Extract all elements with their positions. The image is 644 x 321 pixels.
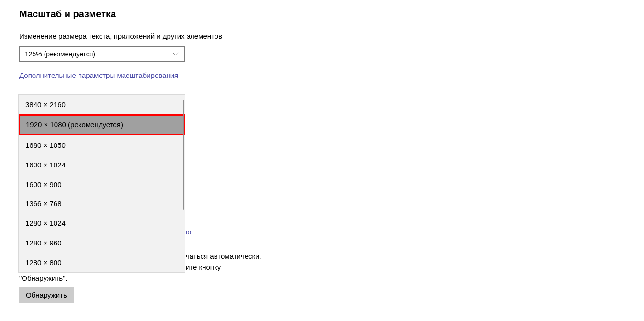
description-line-1: чаться автоматически.: [186, 252, 261, 260]
resolution-option[interactable]: 1280 × 960: [19, 233, 185, 253]
resolution-option[interactable]: 1680 × 1050: [19, 135, 185, 155]
description-line-3: "Обнаружить".: [19, 274, 68, 282]
resolution-option[interactable]: 1366 × 768: [19, 194, 185, 213]
resolution-option[interactable]: 1600 × 1024: [19, 155, 185, 175]
listbox-scrollbar[interactable]: [183, 100, 184, 210]
section-heading: Масштаб и разметка: [19, 9, 644, 20]
scale-dropdown[interactable]: 125% (рекомендуется): [19, 46, 185, 62]
scale-label: Изменение размера текста, приложений и д…: [19, 32, 644, 40]
resolution-option[interactable]: 3840 × 2160: [19, 95, 185, 114]
resolution-option[interactable]: 1920 × 1080 (рекомендуется): [19, 114, 185, 135]
detect-button[interactable]: Обнаружить: [19, 287, 74, 303]
advanced-scaling-link[interactable]: Дополнительные параметры масштабирования: [19, 71, 178, 79]
advanced-display-link-fragment[interactable]: ю: [186, 228, 191, 236]
resolution-option[interactable]: 1280 × 800: [19, 253, 185, 272]
resolution-listbox[interactable]: 3840 × 21601920 × 1080 (рекомендуется)16…: [18, 94, 185, 273]
scale-dropdown-value: 125% (рекомендуется): [25, 50, 95, 58]
resolution-option[interactable]: 1600 × 900: [19, 175, 185, 194]
description-line-2: ите кнопку: [186, 263, 221, 271]
resolution-option[interactable]: 1280 × 1024: [19, 213, 185, 233]
chevron-down-icon: [172, 52, 179, 56]
